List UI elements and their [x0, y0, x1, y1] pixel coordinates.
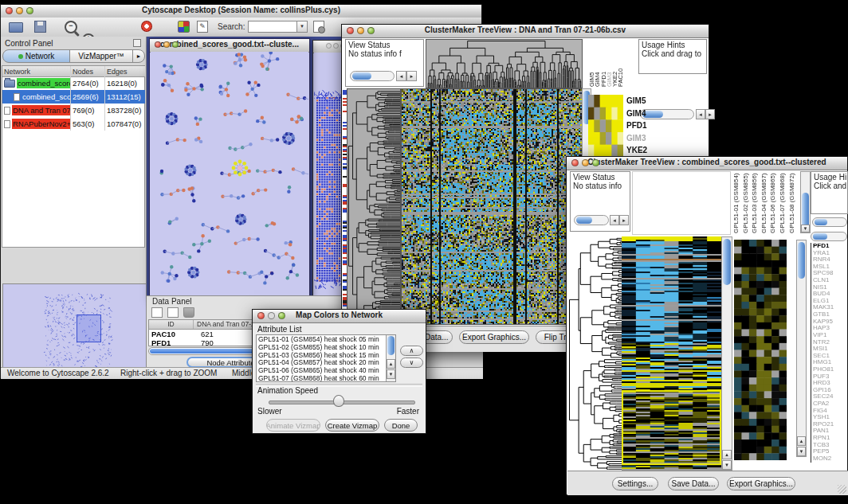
- close-icon[interactable]: [347, 27, 354, 34]
- scroll-right-icon[interactable]: ►: [619, 215, 629, 225]
- tab-vizmapper[interactable]: VizMapper™: [69, 49, 133, 63]
- minimize-icon[interactable]: [333, 43, 339, 49]
- minimize-icon[interactable]: [582, 159, 589, 166]
- attribute-listbox[interactable]: GPL51-01 (GSM854) heat shock 05 minGPL51…: [256, 334, 396, 382]
- network-overview-thumbnail[interactable]: [2, 283, 147, 371]
- view-status-box: View Status No status info f ◄ ►: [345, 39, 424, 87]
- scroll-right-icon[interactable]: ►: [406, 71, 417, 81]
- treeview-dna-titlebar[interactable]: ClusterMaker TreeView : DNA and Tran 07-…: [342, 25, 709, 38]
- save-data-button[interactable]: Save Data...: [668, 477, 719, 490]
- attribute-list-item[interactable]: GPL51-03 (GSM856) heat shock 15 min: [258, 352, 385, 360]
- attribute-list-item[interactable]: GPL51-07 (GSM868) heat shock 60 min: [258, 375, 385, 381]
- close-icon[interactable]: [571, 159, 579, 166]
- scroll-left-icon[interactable]: ◄: [696, 109, 705, 119]
- scroll-right-icon[interactable]: ►: [705, 109, 715, 119]
- search-dropdown-button[interactable]: ▼: [296, 21, 308, 33]
- gene-label: GIM5: [626, 95, 665, 107]
- scroll-up-icon[interactable]: ▲: [387, 359, 395, 369]
- column-labels-vscrollbar[interactable]: ▼: [800, 171, 811, 233]
- usage-hscrollbar[interactable]: [812, 217, 847, 227]
- gene-label: GIM4: [626, 107, 665, 120]
- scroll-down-icon[interactable]: ▼: [801, 225, 810, 232]
- float-panel-icon[interactable]: [133, 39, 141, 47]
- zoom-out-icon[interactable]: −: [65, 21, 77, 33]
- minimize-icon[interactable]: [357, 27, 364, 34]
- column-dendrogram[interactable]: [426, 39, 583, 88]
- network-settings-icon[interactable]: [313, 21, 324, 33]
- attribute-table-icon[interactable]: [151, 307, 163, 318]
- close-icon[interactable]: [6, 7, 13, 14]
- array-column-label: GPL51-03 (GSM856): [751, 170, 760, 233]
- slider-thumb[interactable]: [333, 395, 344, 407]
- attribute-list-item[interactable]: GPL51-01 (GSM854) heat shock 05 min: [258, 336, 385, 344]
- zoom-vscrollbar[interactable]: ▲ ▼: [796, 240, 807, 457]
- slower-label: Slower: [257, 407, 282, 416]
- attribute-list-item[interactable]: GPL51-04 (GSM857) heat shock 20 min: [258, 359, 385, 367]
- resize-grip[interactable]: [838, 485, 846, 494]
- scroll-up-icon[interactable]: ▲: [797, 436, 806, 446]
- zoom-window-icon[interactable]: [278, 312, 285, 319]
- new-attribute-icon[interactable]: [167, 307, 179, 318]
- tab-overflow-button[interactable]: ►: [132, 49, 145, 63]
- cytoscape-titlebar[interactable]: Cytoscape Desktop (Session Name: collins…: [1, 5, 481, 18]
- scroll-left-icon[interactable]: ◄: [396, 71, 406, 81]
- zoom-heatmap[interactable]: [734, 240, 787, 460]
- minimize-icon[interactable]: [163, 41, 170, 48]
- control-panel: Control Panel Network VizMapper™ ► Netwo…: [1, 37, 147, 367]
- help-lifering-icon[interactable]: [141, 21, 152, 32]
- save-icon[interactable]: [34, 21, 46, 33]
- network-row-combined-sco-selected[interactable]: combined_sco 2569(6) 13112(15): [2, 90, 145, 104]
- gene-labels: PFD1YRA1RNR4MSL1SPC98CLN1NIS1BUD4ELG1MAK…: [811, 243, 848, 463]
- treeview-combined-titlebar[interactable]: ClusterMaker TreeView : combined_scores_…: [567, 157, 847, 170]
- close-icon[interactable]: [155, 41, 161, 48]
- annotation-icon[interactable]: ✎: [197, 21, 208, 33]
- search-input[interactable]: [248, 21, 297, 33]
- attribute-list-item[interactable]: GPL51-06 (GSM865) heat shock 40 min: [258, 367, 385, 375]
- network-row-combined-scores[interactable]: combined_scores 2764(0) 16218(0): [2, 76, 145, 90]
- network-table-header[interactable]: Network Nodes Edges: [2, 66, 145, 77]
- create-vizmap-button[interactable]: Create Vizmap: [325, 419, 379, 432]
- scroll-down-icon[interactable]: ▼: [722, 460, 732, 470]
- global-heatmap[interactable]: [401, 88, 583, 325]
- export-graphics-button[interactable]: Export Graphics...: [727, 477, 795, 490]
- row-dendrogram[interactable]: [347, 88, 401, 325]
- attribute-list-vscrollbar[interactable]: ▲ ▼: [386, 335, 395, 381]
- zoom-window-icon[interactable]: [172, 41, 179, 48]
- network-view-titlebar[interactable]: combined_scores_good.txt--cluste...: [150, 39, 309, 53]
- zoom-window-icon[interactable]: [367, 27, 375, 34]
- row-dendrogram[interactable]: [568, 236, 622, 471]
- delete-attribute-icon[interactable]: [183, 307, 194, 318]
- close-icon[interactable]: [326, 43, 332, 49]
- animate-vizmap-button[interactable]: Animate Vizmap: [266, 419, 320, 432]
- view-status-hscrollbar[interactable]: [574, 215, 609, 225]
- global-heatmap[interactable]: [622, 236, 721, 471]
- open-folder-icon[interactable]: [9, 21, 23, 33]
- gene-label: PFD1: [626, 119, 665, 132]
- gene-list-hscrollbar[interactable]: [811, 232, 847, 241]
- settings-button[interactable]: Settings...: [612, 477, 658, 490]
- move-up-button[interactable]: ∧: [400, 346, 423, 356]
- zoom-window-icon[interactable]: [26, 7, 33, 14]
- export-graphics-button[interactable]: Export Graphics...: [459, 330, 529, 344]
- move-down-button[interactable]: ∨: [400, 357, 423, 368]
- done-button[interactable]: Done: [384, 419, 418, 432]
- scroll-up-icon[interactable]: ▲: [722, 450, 732, 459]
- tab-network[interactable]: Network: [2, 49, 70, 63]
- heatmap-vscrollbar[interactable]: ▲ ▼: [721, 236, 732, 471]
- zoom-window-icon[interactable]: [592, 159, 599, 166]
- network-row-rnapuber[interactable]: RNAPuberNov2+ 563(0) 107847(0): [2, 117, 145, 131]
- minimize-icon[interactable]: [268, 312, 275, 319]
- scroll-down-icon[interactable]: ▼: [797, 447, 806, 456]
- document-icon: [4, 107, 10, 115]
- view-status-hscrollbar[interactable]: [350, 71, 395, 81]
- window-title: ClusterMaker TreeView : combined_scores_…: [567, 158, 847, 166]
- dialog-titlebar[interactable]: Map Colors to Network: [253, 310, 426, 323]
- scroll-down-icon[interactable]: ▼: [387, 369, 395, 379]
- network-row-dna-tran[interactable]: DNA and Tran 07 769(0) 183728(0): [2, 104, 145, 117]
- vizmapper-palette-icon[interactable]: [178, 21, 190, 33]
- attribute-list-item[interactable]: GPL51-02 (GSM855) heat shock 10 min: [258, 344, 385, 352]
- close-icon[interactable]: [257, 312, 265, 319]
- scroll-left-icon[interactable]: ◄: [610, 215, 619, 225]
- network-canvas[interactable]: [151, 52, 308, 299]
- minimize-icon[interactable]: [16, 7, 23, 14]
